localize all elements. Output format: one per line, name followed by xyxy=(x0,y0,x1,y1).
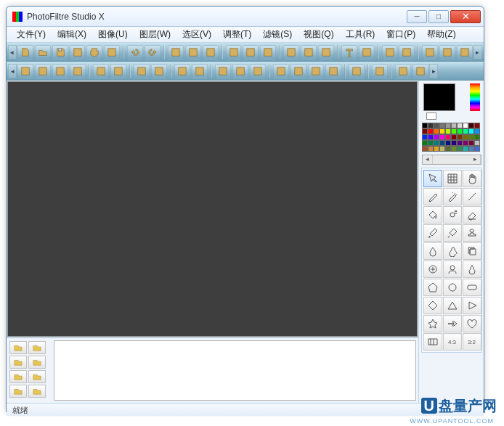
swatch[interactable] xyxy=(439,134,445,140)
grid1-button[interactable] xyxy=(273,64,289,78)
menu-工具(R)[interactable]: 工具(R) xyxy=(340,28,381,41)
swatch[interactable] xyxy=(434,146,439,152)
dup-layer-button[interactable] xyxy=(28,341,46,354)
delete-layer-button[interactable] xyxy=(9,385,27,398)
menu-选区(V)[interactable]: 选区(V) xyxy=(176,28,217,41)
swatch[interactable] xyxy=(428,128,434,134)
swatch[interactable] xyxy=(422,123,428,128)
swatch[interactable] xyxy=(422,140,428,146)
spectrum-picker[interactable] xyxy=(470,83,480,111)
swatch[interactable] xyxy=(428,123,434,128)
swatch[interactable] xyxy=(445,123,451,128)
text-button[interactable] xyxy=(341,45,357,60)
tool-grid-tool[interactable] xyxy=(443,170,462,187)
tool-rounded[interactable] xyxy=(463,279,481,296)
swatch[interactable] xyxy=(457,134,463,140)
expand-button[interactable] xyxy=(457,45,473,60)
swatch[interactable] xyxy=(434,128,439,134)
layers-button[interactable] xyxy=(243,45,259,60)
save-layer-button[interactable] xyxy=(28,370,46,383)
brightness-minus-button[interactable] xyxy=(17,64,33,78)
hist-plus-button[interactable] xyxy=(192,64,208,78)
contrast-plus-button[interactable] xyxy=(70,64,86,78)
swatch[interactable] xyxy=(474,134,480,140)
swatch[interactable] xyxy=(451,134,457,140)
swatch[interactable] xyxy=(474,128,480,134)
auto-contrast-button[interactable] xyxy=(250,64,266,78)
blur-button[interactable] xyxy=(395,64,411,78)
noise-button[interactable] xyxy=(412,64,428,78)
swatch[interactable] xyxy=(463,123,468,128)
merge-visible-button[interactable] xyxy=(28,356,46,369)
undo-button[interactable] xyxy=(127,45,143,60)
swatch[interactable] xyxy=(451,128,457,134)
gamma-minus-button[interactable] xyxy=(93,64,109,78)
tool-picker[interactable] xyxy=(423,188,442,205)
gamma-plus-button[interactable] xyxy=(110,64,126,78)
brightness-plus-button[interactable] xyxy=(35,64,51,78)
swatch[interactable] xyxy=(468,146,474,152)
tool-clone[interactable] xyxy=(463,242,481,260)
tool-circle[interactable] xyxy=(443,279,462,296)
minimize-button[interactable]: ─ xyxy=(407,10,427,23)
toolbar-scroll-right[interactable]: ▸ xyxy=(429,64,438,78)
tool-play[interactable] xyxy=(463,297,481,314)
swatch[interactable] xyxy=(463,128,468,134)
swatch[interactable] xyxy=(445,128,451,134)
swatch[interactable] xyxy=(428,134,434,140)
play-layer-button[interactable] xyxy=(28,385,46,398)
grid3-button[interactable] xyxy=(308,64,324,78)
sat-minus-button[interactable] xyxy=(134,64,150,78)
titlebar[interactable]: PhotoFiltre Studio X ─ □ ✕ xyxy=(7,7,484,27)
swatch[interactable] xyxy=(445,134,451,140)
copy-button[interactable] xyxy=(168,45,184,60)
nav-back-button[interactable] xyxy=(283,45,299,60)
new-layer-button[interactable] xyxy=(9,341,27,354)
paste-button[interactable] xyxy=(185,45,201,60)
text2-button[interactable] xyxy=(359,45,375,60)
layers2-button[interactable] xyxy=(260,45,276,60)
new-button[interactable] xyxy=(17,45,33,60)
merge-down-button[interactable] xyxy=(9,356,27,369)
swatch[interactable] xyxy=(457,140,463,146)
tool-ratio-43[interactable]: 4:3 xyxy=(443,333,462,351)
toolbar-scroll-right[interactable]: ▸ xyxy=(473,45,482,60)
swatch[interactable] xyxy=(463,146,468,152)
swatch[interactable] xyxy=(439,123,445,128)
menu-窗口(P)[interactable]: 窗口(P) xyxy=(381,28,421,41)
swatch[interactable] xyxy=(468,128,474,134)
tool-ratio-any[interactable] xyxy=(423,333,442,351)
canvas[interactable] xyxy=(7,81,418,337)
gray-button[interactable] xyxy=(215,64,231,78)
hist-minus-button[interactable] xyxy=(174,64,190,78)
tool-stamp[interactable] xyxy=(463,224,481,242)
swatch[interactable] xyxy=(474,140,480,146)
sat-plus-button[interactable] xyxy=(151,64,167,78)
fit-button[interactable] xyxy=(318,45,334,60)
tool-pointer[interactable] xyxy=(423,170,442,187)
grid2-button[interactable] xyxy=(290,64,306,78)
swatch[interactable] xyxy=(474,123,480,128)
save-as-button[interactable] xyxy=(70,45,86,60)
tool-blur-tool[interactable] xyxy=(423,242,442,260)
swatch[interactable] xyxy=(457,123,463,128)
tool-brush[interactable] xyxy=(423,224,442,242)
tool-adv-brush[interactable] xyxy=(443,224,462,242)
print-button[interactable] xyxy=(86,45,102,60)
tool-pear[interactable] xyxy=(463,261,481,278)
swatch[interactable] xyxy=(451,146,457,152)
swatch[interactable] xyxy=(463,140,468,146)
swatch[interactable] xyxy=(434,140,439,146)
swatch[interactable] xyxy=(434,134,439,140)
grid4-button[interactable] xyxy=(325,64,341,78)
flatten-button[interactable] xyxy=(9,370,27,383)
swatch[interactable] xyxy=(428,140,434,146)
tool-portrait[interactable] xyxy=(443,261,462,278)
background-color[interactable] xyxy=(426,112,436,120)
open-button[interactable] xyxy=(35,45,51,60)
plugin-button[interactable] xyxy=(399,45,415,60)
swatch[interactable] xyxy=(468,140,474,146)
swatch[interactable] xyxy=(451,123,457,128)
tool-heal[interactable] xyxy=(423,261,442,278)
tool-pentagon[interactable] xyxy=(423,279,442,296)
